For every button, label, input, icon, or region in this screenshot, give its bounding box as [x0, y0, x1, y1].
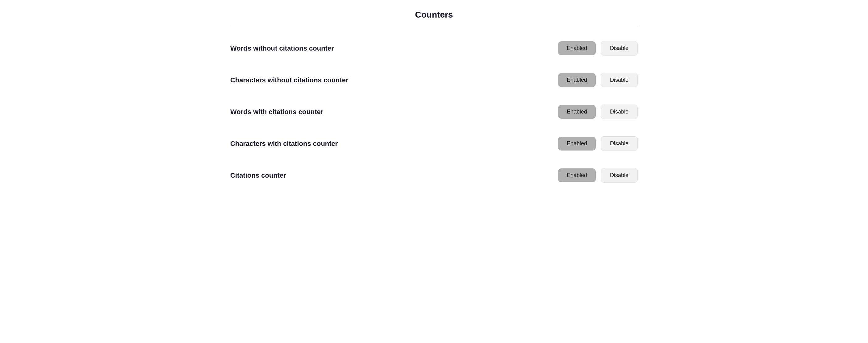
counter-row-characters-with-citations: Characters with citations counterEnabled…	[230, 128, 638, 160]
counter-label-characters-without-citations: Characters without citations counter	[230, 76, 348, 84]
disable-button-characters-without-citations[interactable]: Disable	[601, 73, 638, 87]
counter-row-words-without-citations: Words without citations counterEnabledDi…	[230, 32, 638, 64]
page-header: Counters	[230, 0, 638, 26]
enabled-button-characters-with-citations[interactable]: Enabled	[558, 137, 596, 150]
header-divider	[230, 26, 638, 26]
enabled-button-characters-without-citations[interactable]: Enabled	[558, 73, 596, 87]
disable-button-words-with-citations[interactable]: Disable	[601, 105, 638, 119]
counter-actions-words-with-citations: EnabledDisable	[558, 105, 638, 119]
counter-actions-characters-with-citations: EnabledDisable	[558, 136, 638, 151]
disable-button-characters-with-citations[interactable]: Disable	[601, 136, 638, 151]
counter-actions-citations-counter: EnabledDisable	[558, 168, 638, 182]
disable-button-words-without-citations[interactable]: Disable	[601, 41, 638, 56]
enabled-button-words-with-citations[interactable]: Enabled	[558, 105, 596, 119]
counter-actions-words-without-citations: EnabledDisable	[558, 41, 638, 56]
counter-actions-characters-without-citations: EnabledDisable	[558, 73, 638, 87]
counter-row-words-with-citations: Words with citations counterEnabledDisab…	[230, 96, 638, 128]
counter-list: Words without citations counterEnabledDi…	[230, 32, 638, 191]
counter-row-citations-counter: Citations counterEnabledDisable	[230, 160, 638, 191]
disable-button-citations-counter[interactable]: Disable	[601, 168, 638, 182]
counter-row-characters-without-citations: Characters without citations counterEnab…	[230, 64, 638, 96]
page-container: Counters Words without citations counter…	[218, 0, 650, 191]
page-title: Counters	[230, 10, 638, 20]
enabled-button-citations-counter[interactable]: Enabled	[558, 168, 596, 182]
enabled-button-words-without-citations[interactable]: Enabled	[558, 41, 596, 55]
counter-label-words-with-citations: Words with citations counter	[230, 108, 323, 116]
counter-label-characters-with-citations: Characters with citations counter	[230, 140, 338, 148]
counter-label-words-without-citations: Words without citations counter	[230, 44, 334, 53]
counter-label-citations-counter: Citations counter	[230, 172, 286, 179]
